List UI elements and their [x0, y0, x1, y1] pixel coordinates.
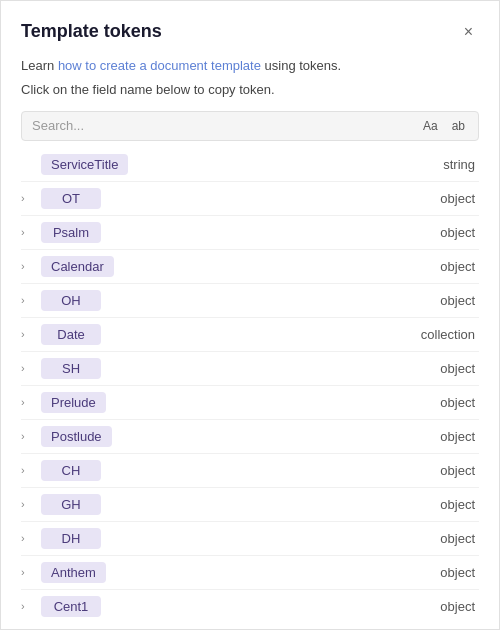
chevron-icon: › [21, 464, 33, 476]
divider [21, 181, 479, 182]
divider [21, 317, 479, 318]
divider [21, 487, 479, 488]
chevron-icon: › [21, 566, 33, 578]
divider [21, 589, 479, 590]
chevron-icon: › [21, 362, 33, 374]
token-row[interactable]: ›OTobject [21, 183, 479, 214]
chevron-icon: › [21, 396, 33, 408]
token-type: object [440, 599, 479, 614]
chevron-icon: › [21, 328, 33, 340]
divider [21, 249, 479, 250]
search-input[interactable] [32, 118, 412, 133]
token-tag[interactable]: ServiceTitle [41, 154, 128, 175]
token-tag[interactable]: Postlude [41, 426, 112, 447]
divider [21, 283, 479, 284]
token-type: object [440, 293, 479, 308]
token-row[interactable]: ›Datecollection [21, 319, 479, 350]
token-type: string [443, 157, 479, 172]
close-button[interactable]: × [458, 22, 479, 42]
token-row[interactable]: ›Postludeobject [21, 421, 479, 452]
token-tag[interactable]: OH [41, 290, 101, 311]
token-row[interactable]: ›Preludeobject [21, 387, 479, 418]
chevron-icon: › [21, 430, 33, 442]
divider [21, 521, 479, 522]
token-type: object [440, 497, 479, 512]
whole-word-button[interactable]: ab [449, 118, 468, 134]
template-tokens-panel: Template tokens × Learn how to create a … [0, 0, 500, 630]
token-type: collection [421, 327, 479, 342]
divider [21, 453, 479, 454]
search-controls: Aa ab [420, 118, 468, 134]
token-tag[interactable]: Calendar [41, 256, 114, 277]
token-type: object [440, 259, 479, 274]
divider [21, 215, 479, 216]
divider [21, 555, 479, 556]
token-row[interactable]: ›Psalmobject [21, 217, 479, 248]
token-type: object [440, 361, 479, 376]
token-tag[interactable]: Anthem [41, 562, 106, 583]
token-row[interactable]: ›GHobject [21, 489, 479, 520]
token-row[interactable]: ServiceTitlestring [21, 149, 479, 180]
chevron-icon: › [21, 294, 33, 306]
token-type: object [440, 395, 479, 410]
divider [21, 419, 479, 420]
description-link[interactable]: how to create a document template [58, 58, 261, 73]
token-tag[interactable]: Psalm [41, 222, 101, 243]
chevron-icon: › [21, 498, 33, 510]
description-prefix: Learn [21, 58, 58, 73]
token-tag[interactable]: GH [41, 494, 101, 515]
token-tag[interactable]: CH [41, 460, 101, 481]
chevron-icon: › [21, 260, 33, 272]
token-row[interactable]: ›CHobject [21, 455, 479, 486]
token-row[interactable]: ›Calendarobject [21, 251, 479, 282]
case-sensitive-button[interactable]: Aa [420, 118, 441, 134]
token-type: object [440, 225, 479, 240]
token-type: object [440, 429, 479, 444]
description: Learn how to create a document template … [21, 56, 479, 76]
token-row[interactable]: ›OHobject [21, 285, 479, 316]
divider [21, 385, 479, 386]
chevron-icon: › [21, 226, 33, 238]
panel-header: Template tokens × [21, 21, 479, 42]
token-row[interactable]: ›Anthemobject [21, 557, 479, 588]
chevron-icon: › [21, 600, 33, 612]
description-suffix: using tokens. [261, 58, 341, 73]
token-tag[interactable]: OT [41, 188, 101, 209]
tokens-list: ServiceTitlestring›OTobject›Psalmobject›… [21, 149, 487, 620]
panel-title: Template tokens [21, 21, 162, 42]
search-bar: Aa ab [21, 111, 479, 141]
token-row[interactable]: ›SHobject [21, 353, 479, 384]
token-tag[interactable]: DH [41, 528, 101, 549]
token-type: object [440, 191, 479, 206]
token-row[interactable]: ›Cent1object [21, 591, 479, 620]
token-tag[interactable]: Prelude [41, 392, 106, 413]
token-row[interactable]: ›DHobject [21, 523, 479, 554]
token-type: object [440, 531, 479, 546]
divider [21, 351, 479, 352]
chevron-icon: › [21, 532, 33, 544]
token-tag[interactable]: SH [41, 358, 101, 379]
token-tag[interactable]: Cent1 [41, 596, 101, 617]
chevron-icon: › [21, 192, 33, 204]
token-type: object [440, 463, 479, 478]
token-tag[interactable]: Date [41, 324, 101, 345]
sub-description: Click on the field name below to copy to… [21, 82, 479, 97]
token-type: object [440, 565, 479, 580]
